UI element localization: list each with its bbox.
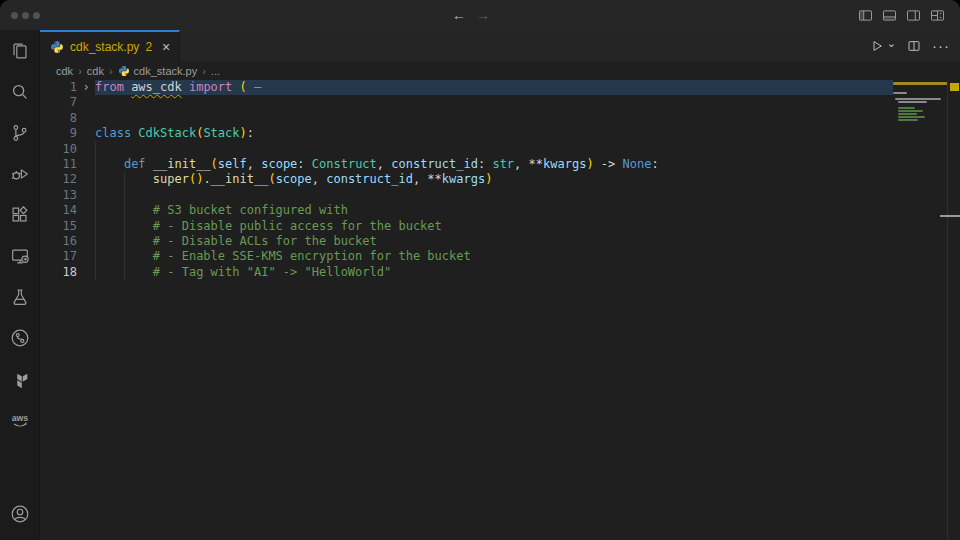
breadcrumb-item[interactable]: ... bbox=[211, 65, 220, 77]
nav-back-icon[interactable]: ← bbox=[452, 7, 466, 23]
code-line-8[interactable]: 8 bbox=[40, 111, 893, 126]
code-line-9[interactable]: 9class CdkStack(Stack): bbox=[40, 126, 893, 141]
code-line-15[interactable]: 15 # - Disable public access for the buc… bbox=[40, 219, 893, 234]
terraform-icon bbox=[9, 368, 31, 390]
code-line-12[interactable]: 12 super().__init__(scope, construct_id,… bbox=[40, 172, 893, 187]
code-line-11[interactable]: 11 def __init__(self, scope: Construct, … bbox=[40, 157, 893, 172]
indent-guide bbox=[95, 265, 96, 280]
activity-bar-item-terraform[interactable] bbox=[0, 358, 39, 399]
tab-close-icon[interactable]: × bbox=[162, 40, 170, 54]
run-dropdown-icon[interactable]: ⌄ bbox=[887, 37, 896, 50]
code-line-14[interactable]: 14 # S3 bucket configured with bbox=[40, 203, 893, 218]
nav-forward-icon[interactable]: → bbox=[476, 7, 490, 23]
editor-actions: ⌄ ··· bbox=[869, 30, 960, 61]
code-line-1[interactable]: 1›from aws_cdk import ( – bbox=[40, 80, 893, 95]
activity-bar: aws bbox=[0, 30, 40, 540]
activity-bar-item-account[interactable] bbox=[0, 493, 39, 534]
fold-chevron-icon[interactable]: › bbox=[77, 80, 95, 95]
minimap-line bbox=[898, 107, 915, 109]
minimap-line bbox=[898, 113, 917, 115]
window-control-dot[interactable] bbox=[11, 12, 18, 19]
search-icon bbox=[9, 81, 31, 103]
editor-group: cdk_stack.py 2 × ⌄ ··· cdk›cdk›cdk_stack… bbox=[40, 30, 960, 540]
indent-guide bbox=[124, 172, 125, 187]
toggle-primary-sidebar-icon[interactable] bbox=[857, 7, 874, 24]
fold-gutter bbox=[77, 219, 95, 234]
code-text: def __init__(self, scope: Construct, con… bbox=[95, 157, 893, 172]
line-number: 11 bbox=[40, 157, 77, 172]
activity-bar-item-git-graph[interactable] bbox=[0, 317, 39, 358]
minimap[interactable] bbox=[893, 80, 947, 540]
code-text: # S3 bucket configured with bbox=[95, 203, 893, 218]
code-text bbox=[95, 95, 893, 110]
code-text: super().__init__(scope, construct_id, **… bbox=[95, 172, 893, 187]
indent-guide bbox=[95, 188, 96, 203]
code-text bbox=[95, 111, 893, 126]
code-text bbox=[95, 142, 893, 157]
activity-bar-item-search[interactable] bbox=[0, 71, 39, 112]
code-text: # - Disable public access for the bucket bbox=[95, 219, 893, 234]
line-number: 18 bbox=[40, 265, 77, 280]
activity-bar-item-aws[interactable]: aws bbox=[0, 399, 39, 440]
indent-guide bbox=[124, 249, 125, 264]
split-editor-button[interactable] bbox=[906, 38, 922, 54]
breadcrumb-item[interactable]: cdk_stack.py bbox=[118, 65, 198, 77]
titlebar: ← → bbox=[0, 0, 960, 30]
activity-bar-item-explorer[interactable] bbox=[0, 30, 39, 71]
code-line-17[interactable]: 17 # - Enable SSE-KMS encryption for the… bbox=[40, 249, 893, 264]
activity-bar-item-source-control[interactable] bbox=[0, 112, 39, 153]
fold-gutter bbox=[77, 95, 95, 110]
line-number: 12 bbox=[40, 172, 77, 187]
window-control-dot[interactable] bbox=[22, 12, 29, 19]
source-control-icon bbox=[9, 122, 31, 144]
minimap-line bbox=[893, 104, 947, 106]
run-and-debug-icon bbox=[9, 163, 31, 185]
code-line-16[interactable]: 16 # - Disable ACLs for the bucket bbox=[40, 234, 893, 249]
aws-icon: aws bbox=[9, 409, 31, 431]
more-actions-button[interactable]: ··· bbox=[932, 37, 950, 54]
fold-gutter bbox=[77, 249, 95, 264]
minimap-line bbox=[898, 119, 918, 121]
breadcrumb-separator-icon: › bbox=[109, 65, 113, 77]
toggle-panel-icon[interactable] bbox=[881, 7, 898, 24]
code-text: # - Tag with "AI" -> "HelloWorld" bbox=[95, 265, 893, 280]
code-area[interactable]: 1›from aws_cdk import ( –789class CdkSta… bbox=[40, 80, 893, 540]
breadcrumb: cdk›cdk›cdk_stack.py›... bbox=[40, 61, 960, 80]
breadcrumb-separator-icon: › bbox=[202, 65, 206, 77]
window-control-dot[interactable] bbox=[33, 12, 40, 19]
line-number: 9 bbox=[40, 126, 77, 141]
minimap-line bbox=[893, 82, 947, 85]
fold-gutter bbox=[77, 126, 95, 141]
indent-guide bbox=[95, 234, 96, 249]
code-line-7[interactable]: 7 bbox=[40, 95, 893, 110]
code-text: # - Enable SSE-KMS encryption for the bu… bbox=[95, 249, 893, 264]
indent-guide bbox=[95, 157, 96, 172]
indent-guide bbox=[124, 203, 125, 218]
explorer-icon bbox=[9, 40, 31, 62]
run-button[interactable] bbox=[869, 38, 885, 54]
code-text: class CdkStack(Stack): bbox=[95, 126, 893, 141]
toggle-secondary-sidebar-icon[interactable] bbox=[905, 7, 922, 24]
breadcrumb-separator-icon: › bbox=[78, 65, 82, 77]
customize-layout-icon[interactable] bbox=[929, 7, 946, 24]
line-number: 15 bbox=[40, 219, 77, 234]
activity-bar-item-extensions[interactable] bbox=[0, 194, 39, 235]
breadcrumb-item[interactable]: cdk bbox=[87, 65, 104, 77]
indent-guide bbox=[95, 203, 96, 218]
overview-cursor-marker bbox=[940, 215, 960, 217]
python-icon bbox=[50, 40, 64, 54]
code-line-13[interactable]: 13 bbox=[40, 188, 893, 203]
window-controls[interactable] bbox=[0, 12, 60, 19]
breadcrumb-item[interactable]: cdk bbox=[56, 65, 73, 77]
activity-bar-item-run-and-debug[interactable] bbox=[0, 153, 39, 194]
activity-bar-item-testing[interactable] bbox=[0, 276, 39, 317]
python-icon bbox=[118, 65, 130, 77]
code-line-18[interactable]: 18 # - Tag with "AI" -> "HelloWorld" bbox=[40, 265, 893, 280]
code-line-10[interactable]: 10 bbox=[40, 142, 893, 157]
tab-cdk-stack-py[interactable]: cdk_stack.py 2 × bbox=[40, 30, 180, 61]
line-number: 1 bbox=[40, 80, 77, 95]
line-number: 17 bbox=[40, 249, 77, 264]
git-graph-icon bbox=[9, 327, 31, 349]
activity-bar-item-remote-explorer[interactable] bbox=[0, 235, 39, 276]
indent-guide bbox=[95, 219, 96, 234]
